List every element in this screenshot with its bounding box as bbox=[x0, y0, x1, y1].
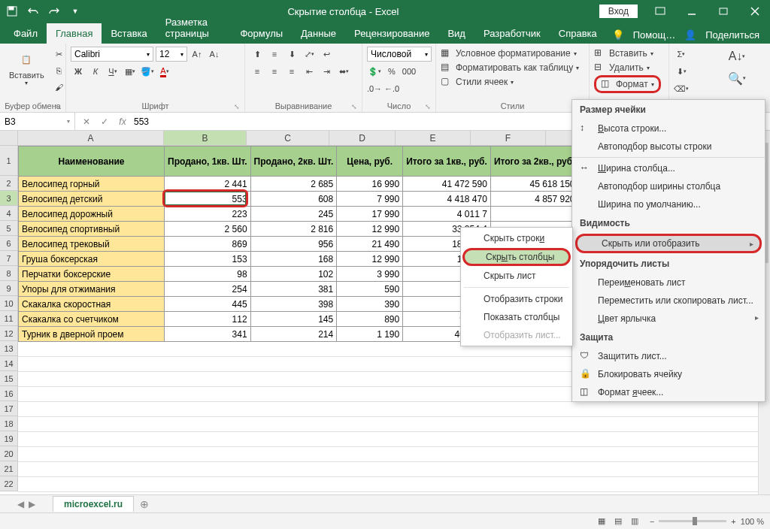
show-rows-item[interactable]: Отобразить строки bbox=[461, 290, 572, 308]
decrease-indent-icon[interactable]: ⇤ bbox=[302, 64, 317, 79]
tab-data[interactable]: Данные bbox=[292, 23, 345, 44]
minimize-icon[interactable] bbox=[677, 0, 707, 23]
protect-sheet-item[interactable]: 🛡Защитить лист... bbox=[572, 347, 765, 365]
header-name[interactable]: Наименование bbox=[19, 147, 165, 177]
tell-me[interactable]: Помощ… bbox=[633, 29, 675, 41]
hide-sheet-item[interactable]: Скрыть лист bbox=[461, 267, 572, 285]
percent-icon[interactable]: % bbox=[384, 64, 399, 79]
grow-font-icon[interactable]: A↑ bbox=[189, 47, 205, 62]
tab-view[interactable]: Вид bbox=[438, 23, 474, 44]
ribbon-display-icon[interactable] bbox=[645, 0, 675, 23]
underline-icon[interactable]: Ч▾ bbox=[105, 64, 120, 79]
align-right-icon[interactable]: ≡ bbox=[284, 64, 299, 79]
autosum-icon[interactable]: Σ▾ bbox=[674, 47, 689, 62]
tab-help[interactable]: Справка bbox=[550, 23, 606, 44]
save-icon[interactable] bbox=[3, 2, 21, 20]
tab-insert[interactable]: Вставка bbox=[102, 23, 156, 44]
format-as-table-button[interactable]: ▤Форматировать как таблицу▾ bbox=[441, 61, 579, 74]
paste-button[interactable]: 📋 Вставить▾ bbox=[5, 47, 49, 88]
increase-indent-icon[interactable]: ⇥ bbox=[319, 64, 334, 79]
tab-developer[interactable]: Разработчик bbox=[474, 23, 550, 44]
format-cells-button[interactable]: ◫Формат▾ bbox=[594, 75, 661, 93]
fill-color-icon[interactable]: 🪣▾ bbox=[140, 64, 155, 79]
hide-columns-item[interactable]: Скрыть столбцы bbox=[462, 248, 571, 266]
font-name-combo[interactable]: Calibri▾ bbox=[71, 47, 153, 62]
cancel-formula-icon[interactable]: ✕ bbox=[80, 116, 93, 127]
row-headers[interactable]: 12345678910111213141516171819202122 bbox=[0, 146, 18, 492]
sheet-nav[interactable]: ◀▶ bbox=[0, 499, 53, 509]
accounting-icon[interactable]: 💲▾ bbox=[367, 64, 382, 79]
tab-formulas[interactable]: Формулы bbox=[231, 23, 292, 44]
align-left-icon[interactable]: ≡ bbox=[250, 64, 265, 79]
sheet-tab-active[interactable]: microexcel.ru bbox=[53, 496, 134, 512]
zoom-out-icon[interactable]: − bbox=[650, 517, 654, 526]
font-color-icon[interactable]: А▾ bbox=[157, 64, 172, 79]
maximize-icon[interactable] bbox=[708, 0, 738, 23]
header-total-q2[interactable]: Итого за 2кв., руб. bbox=[490, 147, 578, 177]
decrease-decimal-icon[interactable]: ←.0 bbox=[384, 81, 399, 96]
header-total-q1[interactable]: Итого за 1кв., руб. bbox=[403, 147, 491, 177]
table-row[interactable]: Велосипед детский5536087 9904 418 4704 8… bbox=[19, 192, 617, 207]
name-box[interactable]: B3▾ bbox=[0, 113, 75, 130]
increase-decimal-icon[interactable]: .0→ bbox=[367, 81, 382, 96]
number-format-combo[interactable]: Числовой▾ bbox=[367, 47, 432, 62]
qat-customize-icon[interactable]: ▼ bbox=[66, 2, 84, 20]
view-buttons[interactable]: ▦▤▥ bbox=[594, 516, 642, 526]
format-cells-item[interactable]: ◫Формат ячеек... bbox=[572, 383, 765, 401]
move-copy-sheet-item[interactable]: Переместить или скопировать лист... bbox=[572, 292, 765, 310]
row-height-item[interactable]: ↕Высота строки... bbox=[572, 119, 765, 138]
bold-icon[interactable]: Ж bbox=[71, 64, 86, 79]
cell-styles-button[interactable]: ▢Стили ячеек▾ bbox=[441, 75, 514, 89]
clear-icon[interactable]: ⌫▾ bbox=[674, 81, 689, 96]
find-select-icon[interactable]: 🔍▾ bbox=[727, 68, 747, 88]
borders-icon[interactable]: ▦▾ bbox=[123, 64, 138, 79]
format-painter-icon[interactable]: 🖌 bbox=[52, 80, 67, 95]
sort-filter-icon[interactable]: A↓▾ bbox=[727, 47, 747, 66]
shrink-font-icon[interactable]: A↓ bbox=[207, 47, 222, 62]
font-size-combo[interactable]: 12▾ bbox=[156, 47, 187, 62]
hide-rows-item[interactable]: Скрыть строки bbox=[461, 229, 572, 247]
col-header-C[interactable]: C bbox=[247, 131, 329, 145]
align-center-icon[interactable]: ≡ bbox=[267, 64, 282, 79]
undo-icon[interactable] bbox=[24, 2, 42, 20]
share-icon[interactable]: 👤 bbox=[684, 29, 696, 41]
header-sold-q2[interactable]: Продано, 2кв. Шт. bbox=[250, 147, 337, 177]
table-row[interactable]: Велосипед горный2 4412 68516 99041 472 5… bbox=[19, 177, 617, 192]
rename-sheet-item[interactable]: Переименовать лист bbox=[572, 274, 765, 292]
redo-icon[interactable] bbox=[45, 2, 63, 20]
wrap-text-icon[interactable]: ↩ bbox=[319, 47, 334, 62]
col-header-E[interactable]: E bbox=[396, 131, 471, 145]
align-bottom-icon[interactable]: ⬇ bbox=[284, 47, 299, 62]
fx-icon[interactable]: fx bbox=[116, 116, 129, 127]
align-top-icon[interactable]: ⬆ bbox=[250, 47, 265, 62]
header-sold-q1[interactable]: Продано, 1кв. Шт. bbox=[165, 147, 251, 177]
delete-cells-button[interactable]: ⊟Удалить▾ bbox=[594, 61, 650, 74]
fill-icon[interactable]: ⬇▾ bbox=[674, 64, 689, 79]
tab-review[interactable]: Рецензирование bbox=[345, 23, 438, 44]
tab-home[interactable]: Главная bbox=[47, 23, 102, 44]
close-icon[interactable] bbox=[740, 0, 770, 23]
col-header-B[interactable]: B bbox=[164, 131, 247, 145]
autofit-row-item[interactable]: Автоподбор высоты строки bbox=[572, 138, 765, 156]
comma-icon[interactable]: 000 bbox=[402, 64, 417, 79]
tab-color-item[interactable]: Цвет ярлычка bbox=[572, 310, 765, 328]
orientation-icon[interactable]: ⤢▾ bbox=[302, 47, 317, 62]
align-middle-icon[interactable]: ≡ bbox=[267, 47, 282, 62]
tab-pagelayout[interactable]: Разметка страницы bbox=[156, 12, 232, 44]
autofit-col-item[interactable]: Автоподбор ширины столбца bbox=[572, 177, 765, 195]
select-all-corner[interactable] bbox=[0, 131, 18, 145]
tab-file[interactable]: Файл bbox=[5, 23, 47, 44]
hide-show-item[interactable]: Скрыть или отобразить bbox=[575, 234, 762, 253]
header-price[interactable]: Цена, руб. bbox=[337, 147, 403, 177]
add-sheet-icon[interactable]: ⊕ bbox=[134, 498, 155, 510]
insert-cells-button[interactable]: ⊞Вставить▾ bbox=[594, 47, 653, 60]
col-header-F[interactable]: F bbox=[471, 131, 546, 145]
formula-value[interactable]: 553 bbox=[134, 116, 149, 127]
tell-me-icon[interactable]: 💡 bbox=[612, 29, 624, 41]
table-row[interactable]: Велосипед дорожный22324517 9904 011 7 bbox=[19, 207, 617, 222]
conditional-formatting-button[interactable]: ▦Условное форматирование▾ bbox=[441, 47, 577, 60]
col-header-D[interactable]: D bbox=[329, 131, 396, 145]
lock-cell-item[interactable]: 🔒Блокировать ячейку bbox=[572, 365, 765, 383]
merge-icon[interactable]: ⬌▾ bbox=[336, 64, 351, 79]
enter-formula-icon[interactable]: ✓ bbox=[98, 116, 111, 127]
